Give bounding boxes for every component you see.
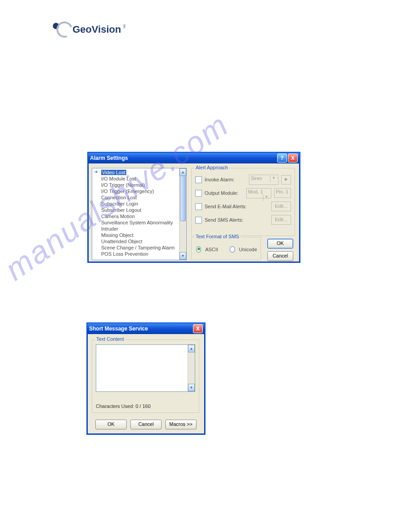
play-button[interactable]: ▶ (281, 175, 291, 184)
textarea-scrollbar[interactable]: ▲ ▼ (188, 345, 195, 391)
scroll-down-icon[interactable]: ▼ (188, 384, 195, 391)
pin-field[interactable]: Pin. 1 (274, 188, 291, 198)
invoke-alarm-checkbox[interactable] (195, 176, 202, 183)
cancel-button[interactable]: Cancel (267, 251, 293, 261)
scroll-thumb[interactable] (180, 176, 186, 221)
sms-text-input[interactable]: ▲ ▼ (96, 344, 195, 392)
close-button[interactable]: X (288, 154, 298, 163)
chevron-down-icon: ▾ (270, 176, 277, 182)
ascii-radio[interactable] (196, 246, 201, 253)
geovision-logo: GeoVision inc (53, 21, 126, 38)
output-module-label: Output Module: (205, 190, 238, 196)
list-item[interactable]: Missing Object (101, 232, 179, 238)
scroll-up-icon[interactable]: ▲ (180, 168, 186, 176)
sms-titlebar[interactable]: Short Message Service X (87, 323, 205, 334)
list-item[interactable]: I/O Module Lost (101, 176, 179, 182)
alarm-title: Alarm Settings (90, 155, 128, 161)
text-content-title: Text Content (95, 336, 125, 342)
list-scrollbar[interactable]: ▲ ▼ (179, 168, 186, 260)
text-format-group: Text Format of SMS ASCII Unicode (191, 237, 261, 260)
list-item[interactable]: Unattended Object (101, 238, 179, 245)
alarm-titlebar[interactable]: Alarm Settings ? X (88, 153, 300, 163)
email-alerts-checkbox[interactable] (195, 203, 202, 210)
logo-vision: Vision (92, 24, 121, 35)
logo-geo: Geo (73, 24, 92, 35)
ascii-label: ASCII (205, 247, 218, 252)
unicode-label: Unicode (239, 247, 257, 252)
logo-inc: inc (123, 24, 126, 28)
logo-text: GeoVision (73, 24, 121, 35)
sms-edit-button[interactable]: Edit... (271, 215, 291, 225)
text-content-group: Text Content ▲ ▼ Characters Used: 0 / 16… (92, 339, 199, 413)
list-item[interactable]: POS Loss Prevention (101, 251, 179, 257)
unicode-radio[interactable] (230, 246, 235, 253)
sms-alerts-checkbox[interactable] (195, 217, 202, 223)
chevron-down-icon: ▾ (263, 194, 270, 201)
scroll-up-icon[interactable]: ▲ (188, 345, 195, 352)
module-combo[interactable]: Mod. 1▾ (246, 188, 271, 198)
list-item[interactable]: Camera Motion (101, 213, 179, 219)
text-format-title: Text Format of SMS (194, 234, 240, 239)
watermark: manualshive.com (0, 83, 411, 507)
list-item[interactable]: Intruder (101, 226, 179, 232)
alarm-settings-dialog: Alarm Settings ? X ➔ Video Lost I/O Modu… (87, 152, 300, 263)
alarm-type-list[interactable]: ➔ Video Lost I/O Module Lost I/O Trigger… (92, 168, 187, 260)
cancel-button[interactable]: Cancel (130, 420, 162, 429)
list-item[interactable]: I/O Trigger (Normal) (101, 182, 179, 188)
output-module-checkbox[interactable] (195, 190, 202, 197)
list-item: Video Lost (101, 169, 179, 176)
macros-button[interactable]: Macros >> (165, 420, 197, 429)
ok-button[interactable]: OK (95, 420, 127, 429)
logo-c-icon (54, 19, 75, 40)
sms-dialog: Short Message Service X Text Content ▲ ▼… (86, 322, 206, 435)
email-edit-button[interactable]: Edit... (271, 202, 291, 211)
list-item[interactable]: Connection Lost (101, 194, 179, 201)
characters-used-label: Characters Used: 0 / 160 (96, 403, 150, 409)
alert-approach-group: Alert Approach Invoke Alarm: Siren▾ ▶ Ou… (191, 168, 295, 236)
scroll-down-icon[interactable]: ▼ (180, 252, 186, 260)
sms-alerts-label: Send SMS Alerts: (205, 217, 243, 223)
ok-button[interactable]: OK (267, 239, 293, 249)
alert-approach-title: Alert Approach (194, 165, 229, 170)
list-item[interactable]: Scene Change / Tampering Alarm (101, 245, 179, 251)
siren-combo[interactable]: Siren▾ (249, 175, 278, 185)
close-button[interactable]: X (193, 324, 203, 333)
list-item[interactable]: I/O Trigger (Emergency) (101, 188, 179, 194)
email-alerts-label: Send E-Mail Alerts: (205, 204, 247, 209)
list-item[interactable]: Subscriber Logout (101, 207, 179, 213)
sms-title: Short Message Service (89, 326, 148, 332)
list-item[interactable]: Subscriber Login (101, 201, 179, 207)
list-item[interactable]: Surveillance System Abnormality (101, 219, 179, 226)
help-button[interactable]: ? (277, 154, 287, 163)
invoke-alarm-label: Invoke Alarm: (205, 177, 235, 182)
